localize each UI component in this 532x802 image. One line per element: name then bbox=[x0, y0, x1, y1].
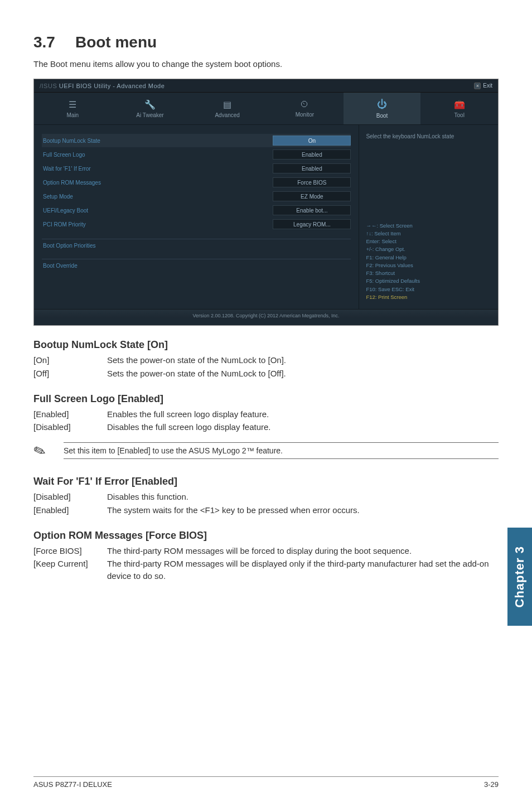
nav-line: F5: Optimized Defaults bbox=[366, 277, 491, 285]
subhead-full-screen-logo: Full Screen Logo [Enabled] bbox=[33, 393, 499, 405]
definition-row: [Off] Sets the power-on state of the Num… bbox=[33, 368, 499, 380]
definition-value: Disables this function. bbox=[107, 491, 499, 503]
setting-value[interactable]: Enabled bbox=[273, 163, 351, 173]
intro-paragraph: The Boot menu items allow you to change … bbox=[33, 59, 499, 69]
nav-line: F3: Shortcut bbox=[366, 269, 491, 277]
exit-button[interactable]: ×Exit bbox=[474, 83, 492, 89]
definition-key: [On] bbox=[33, 354, 107, 366]
footer-page-number: 3-29 bbox=[484, 780, 499, 789]
definition-row: [Disabled] Disables this function. bbox=[33, 491, 499, 503]
tab-label: Main bbox=[66, 112, 79, 118]
chapter-tab-label: Chapter 3 bbox=[512, 546, 527, 607]
setting-row[interactable]: Bootup NumLock State On bbox=[42, 134, 351, 147]
setting-row[interactable]: UEFI/Legacy Boot Enable bot... bbox=[42, 204, 351, 217]
definition-row: [Force BIOS] The third-party ROM message… bbox=[33, 545, 499, 557]
definition-key: [Force BIOS] bbox=[33, 545, 107, 557]
setting-label: UEFI/Legacy Boot bbox=[42, 207, 273, 214]
tab-monitor[interactable]: ⏲Monitor bbox=[266, 93, 344, 124]
definition-value: Disables the full screen logo display fe… bbox=[107, 421, 499, 433]
definition-row: [Enabled] The system waits for the <F1> … bbox=[33, 504, 499, 516]
definition-value: The third-party ROM messages will be dis… bbox=[107, 558, 499, 582]
tab-label: Tool bbox=[454, 112, 465, 118]
setting-value[interactable]: On bbox=[273, 136, 351, 146]
group-boot-override[interactable]: Boot Override bbox=[42, 259, 351, 271]
nav-line: +/-: Change Opt. bbox=[366, 245, 491, 253]
group-title: Boot Override bbox=[42, 260, 351, 271]
definition-key: [Disabled] bbox=[33, 491, 107, 503]
bios-logo: /ISUS UEFI BIOS Utility - Advanced Mode bbox=[40, 83, 165, 89]
bios-window: /ISUS UEFI BIOS Utility - Advanced Mode … bbox=[33, 79, 499, 326]
footer-product: ASUS P8Z77-I DELUXE bbox=[33, 780, 112, 789]
definition-key: [Keep Current] bbox=[33, 558, 107, 582]
definition-value: Enables the full screen logo display fea… bbox=[107, 408, 499, 421]
definition-key: [Enabled] bbox=[33, 504, 107, 516]
pencil-icon: ✎ bbox=[32, 439, 57, 460]
setting-label: Option ROM Messages bbox=[42, 180, 273, 186]
nav-line: F10: Save ESC: Exit bbox=[366, 286, 491, 293]
chip-icon: ▤ bbox=[223, 99, 231, 110]
bios-settings-pane: Bootup NumLock State On Full Screen Logo… bbox=[34, 125, 359, 309]
setting-value[interactable]: Enable bot... bbox=[273, 205, 351, 215]
page-footer: ASUS P8Z77-I DELUXE 3-29 bbox=[33, 776, 499, 789]
section-title: Boot menu bbox=[75, 33, 157, 51]
setting-value[interactable]: Enabled bbox=[273, 149, 351, 160]
tab-boot[interactable]: ⏻Boot bbox=[344, 93, 421, 124]
tab-ai-tweaker[interactable]: 🔧Ai Tweaker bbox=[112, 93, 189, 124]
bios-footer: Version 2.00.1208. Copyright (C) 2012 Am… bbox=[34, 309, 498, 318]
setting-label: Wait for 'F1' If Error bbox=[42, 166, 273, 172]
setting-value[interactable]: Force BIOS bbox=[273, 177, 351, 187]
tab-label: Ai Tweaker bbox=[136, 112, 163, 118]
nav-help: →←: Select Screen ↑↓: Select Item Enter:… bbox=[366, 222, 491, 302]
setting-row[interactable]: Full Screen Logo Enabled bbox=[42, 148, 351, 161]
definition-key: [Off] bbox=[33, 368, 107, 380]
subhead-wait-for-f1: Wait For 'F1' If Error [Enabled] bbox=[33, 476, 499, 487]
nav-line: F1: General Help bbox=[366, 254, 491, 262]
section-number: 3.7 bbox=[33, 33, 55, 51]
group-boot-option-priorities[interactable]: Boot Option Priorities bbox=[42, 239, 351, 251]
wrench-icon: 🔧 bbox=[144, 99, 156, 110]
tab-label: Advanced bbox=[215, 112, 239, 118]
setting-row[interactable]: Option ROM Messages Force BIOS bbox=[42, 176, 351, 189]
definition-value: The system waits for the <F1> key to be … bbox=[107, 504, 499, 516]
setting-value[interactable]: EZ Mode bbox=[273, 191, 351, 201]
nav-line: F2: Previous Values bbox=[366, 262, 491, 269]
note-block: ✎ Set this item to [Enabled] to use the … bbox=[33, 439, 499, 462]
section-heading: 3.7Boot menu bbox=[33, 33, 499, 51]
bios-tabs: ☰Main 🔧Ai Tweaker ▤Advanced ⏲Monitor ⏻Bo… bbox=[34, 93, 498, 125]
tab-tool[interactable]: 🧰Tool bbox=[420, 93, 498, 124]
list-icon: ☰ bbox=[69, 99, 76, 110]
definition-row: [Keep Current] The third-party ROM messa… bbox=[33, 558, 499, 582]
setting-label: Full Screen Logo bbox=[42, 152, 273, 158]
definition-row: [On] Sets the power-on state of the NumL… bbox=[33, 354, 499, 366]
chapter-tab: Chapter 3 bbox=[507, 528, 532, 626]
help-text: Select the keyboard NumLock state bbox=[366, 133, 491, 141]
close-icon: × bbox=[474, 83, 481, 89]
tab-main[interactable]: ☰Main bbox=[34, 93, 112, 124]
group-title: Boot Option Priorities bbox=[42, 240, 351, 251]
power-icon: ⏻ bbox=[377, 99, 387, 110]
note-text: Set this item to [Enabled] to use the AS… bbox=[64, 442, 499, 459]
nav-line: Enter: Select bbox=[366, 238, 491, 245]
setting-label: Setup Mode bbox=[42, 194, 273, 200]
setting-row[interactable]: Setup Mode EZ Mode bbox=[42, 190, 351, 203]
bios-help-pane: Select the keyboard NumLock state →←: Se… bbox=[359, 125, 498, 309]
subhead-option-rom: Option ROM Messages [Force BIOS] bbox=[33, 530, 499, 542]
tab-advanced[interactable]: ▤Advanced bbox=[188, 93, 266, 124]
definition-value: Sets the power-on state of the NumLock t… bbox=[107, 354, 499, 366]
subhead-bootup-numlock: Bootup NumLock State [On] bbox=[33, 339, 499, 351]
definition-row: [Enabled] Enables the full screen logo d… bbox=[33, 408, 499, 421]
nav-line: ↑↓: Select Item bbox=[366, 230, 491, 238]
setting-label: PCI ROM Priority bbox=[42, 221, 273, 228]
setting-label: Bootup NumLock State bbox=[42, 138, 273, 144]
tool-icon: 🧰 bbox=[454, 99, 465, 110]
definition-value: The third-party ROM messages will be for… bbox=[107, 545, 499, 557]
tab-label: Boot bbox=[376, 113, 388, 119]
definition-row: [Disabled] Disables the full screen logo… bbox=[33, 421, 499, 433]
bios-title-text: UEFI BIOS Utility - Advanced Mode bbox=[59, 83, 165, 89]
setting-value[interactable]: Legacy ROM... bbox=[273, 219, 351, 229]
setting-row[interactable]: PCI ROM Priority Legacy ROM... bbox=[42, 218, 351, 231]
nav-line: →←: Select Screen bbox=[366, 222, 491, 230]
definition-key: [Enabled] bbox=[33, 408, 107, 421]
setting-row[interactable]: Wait for 'F1' If Error Enabled bbox=[42, 162, 351, 175]
definition-value: Sets the power-on state of the NumLock t… bbox=[107, 368, 499, 380]
